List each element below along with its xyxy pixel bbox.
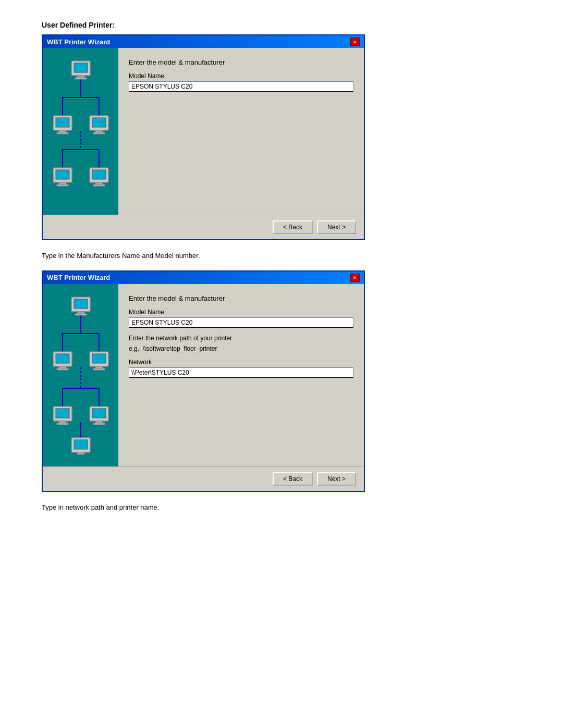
wizard-body-2: Enter the model & manufacturer Model Nam… bbox=[43, 284, 364, 466]
wizard1-model-label: Model Name: bbox=[129, 72, 353, 80]
svg-rect-51 bbox=[59, 421, 66, 423]
wizard-titlebar-2: WBT Printer Wizard ✕ bbox=[43, 272, 364, 284]
svg-rect-44 bbox=[57, 368, 68, 370]
wizard2-model-input[interactable] bbox=[129, 317, 353, 328]
svg-rect-11 bbox=[75, 78, 87, 79]
sidebar-illustration-2 bbox=[47, 292, 115, 459]
svg-rect-48 bbox=[93, 368, 105, 370]
wizard-window-1: WBT Printer Wizard ✕ bbox=[42, 34, 365, 240]
wizard1-back-button[interactable]: < Back bbox=[273, 220, 313, 234]
svg-rect-18 bbox=[95, 130, 103, 132]
svg-rect-42 bbox=[56, 354, 69, 363]
svg-rect-22 bbox=[59, 182, 66, 184]
wizard2-back-button[interactable]: < Back bbox=[273, 472, 313, 486]
svg-rect-26 bbox=[95, 182, 103, 184]
svg-rect-17 bbox=[92, 118, 106, 127]
wizard-title-1: WBT Printer Wizard bbox=[47, 38, 110, 46]
svg-rect-47 bbox=[95, 366, 103, 368]
svg-rect-25 bbox=[92, 170, 106, 179]
svg-rect-43 bbox=[59, 366, 66, 368]
wizard2-hint-line2: e.g., \\software\top_floor_printer bbox=[129, 344, 353, 353]
svg-rect-56 bbox=[93, 423, 105, 425]
svg-rect-27 bbox=[93, 184, 105, 186]
svg-rect-10 bbox=[77, 76, 84, 78]
svg-rect-55 bbox=[95, 421, 103, 423]
wizard-window-2: WBT Printer Wizard ✕ bbox=[42, 270, 365, 492]
wizard2-instruction: Enter the model & manufacturer bbox=[129, 294, 353, 302]
svg-rect-59 bbox=[77, 452, 84, 454]
wizard2-next-button[interactable]: Next > bbox=[317, 472, 356, 486]
svg-rect-21 bbox=[56, 170, 69, 179]
wizard1-next-button[interactable]: Next > bbox=[317, 220, 356, 234]
wizard1-instruction: Enter the model & manufacturer bbox=[129, 58, 353, 66]
svg-rect-14 bbox=[59, 130, 66, 132]
close-button-1[interactable]: ✕ bbox=[350, 38, 360, 46]
svg-rect-9 bbox=[74, 63, 88, 72]
svg-rect-46 bbox=[92, 354, 106, 363]
svg-rect-40 bbox=[75, 314, 87, 315]
wizard-footer-1: < Back Next > bbox=[43, 215, 364, 239]
wizard-footer-2: < Back Next > bbox=[43, 466, 364, 491]
svg-rect-23 bbox=[57, 184, 68, 186]
section-title: User Defined Printer: bbox=[42, 21, 521, 29]
svg-rect-50 bbox=[56, 409, 69, 418]
wizard-sidebar-1 bbox=[43, 48, 118, 215]
svg-rect-38 bbox=[74, 299, 88, 309]
sidebar-illustration-1 bbox=[47, 56, 115, 202]
svg-rect-13 bbox=[56, 118, 69, 127]
svg-rect-39 bbox=[77, 312, 84, 314]
wizard2-network-input[interactable] bbox=[129, 367, 353, 378]
svg-rect-19 bbox=[93, 132, 105, 134]
wizard-content-1: Enter the model & manufacturer Model Nam… bbox=[118, 48, 364, 215]
wizard-content-2: Enter the model & manufacturer Model Nam… bbox=[118, 284, 364, 466]
body-text-2: Type in network path and printer name. bbox=[42, 502, 521, 513]
wizard-title-2: WBT Printer Wizard bbox=[47, 274, 110, 281]
svg-rect-52 bbox=[57, 423, 68, 425]
svg-rect-54 bbox=[92, 409, 106, 418]
wizard-titlebar-1: WBT Printer Wizard ✕ bbox=[43, 35, 364, 48]
close-button-2[interactable]: ✕ bbox=[350, 274, 360, 282]
wizard2-model-label: Model Name: bbox=[129, 309, 353, 316]
svg-rect-58 bbox=[74, 440, 88, 449]
body-text-1: Type in the Manufacturers Name and Model… bbox=[42, 251, 521, 261]
wizard2-hint-line1: Enter the network path of your printer bbox=[129, 334, 353, 343]
wizard1-model-input[interactable] bbox=[129, 81, 353, 92]
svg-rect-15 bbox=[57, 132, 68, 134]
wizard-body-1: Enter the model & manufacturer Model Nam… bbox=[43, 48, 364, 215]
wizard-sidebar-2 bbox=[43, 284, 118, 466]
wizard2-network-label: Network bbox=[129, 359, 353, 366]
